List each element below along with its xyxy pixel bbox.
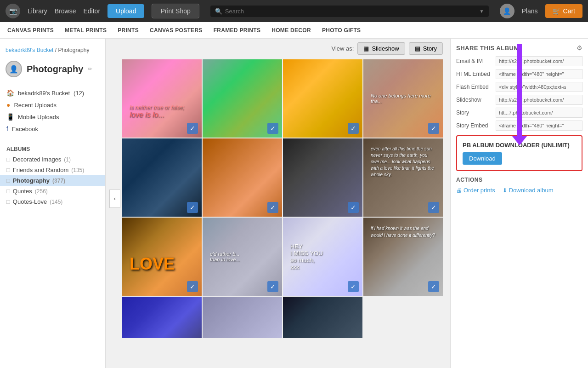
photo-check-10[interactable]: ✓	[267, 281, 278, 292]
prev-button[interactable]: ‹	[109, 190, 120, 208]
logo-icon[interactable]: 📷	[6, 4, 20, 18]
photo-check-1[interactable]: ✓	[187, 123, 198, 134]
download-box-title: PB ALBUM DOWNLOADER (UNLIMIT)	[463, 142, 576, 149]
photo-cell-1[interactable]: is neither true or false;love is lo... ✓	[122, 59, 202, 138]
photo-text-12: if i had known it was the end would i ha…	[367, 221, 439, 242]
nav-library[interactable]: Library	[28, 7, 47, 15]
breadcrumb-bucket[interactable]: bekadrk89's Bucket	[6, 47, 53, 53]
view-as-label: View as:	[331, 45, 354, 52]
photo-text-1: is neither true or false;love is lo...	[126, 101, 188, 123]
photo-cell-12[interactable]: if i had known it was the end would i ha…	[363, 218, 443, 296]
sidebar: bekadrk89's Bucket / Photography 👤 Photo…	[0, 39, 106, 368]
content-header: View as: ▦ Slideshow ▤ Story	[106, 39, 450, 58]
cat-prints[interactable]: PRINTS	[118, 27, 139, 34]
album-header: 👤 Photography ✏	[0, 57, 105, 83]
breadcrumb: bekadrk89's Bucket / Photography	[0, 43, 105, 57]
gear-icon[interactable]: ⚙	[577, 44, 582, 52]
album-list-item-quotes[interactable]: □ Quotes (256)	[0, 186, 105, 196]
photo-check-2[interactable]: ✓	[267, 123, 278, 134]
photo-check-4[interactable]: ✓	[428, 123, 439, 134]
photo-cell-5[interactable]: ✓	[122, 138, 202, 217]
album-list-item-decorated[interactable]: □ Decorated images (1)	[0, 154, 105, 165]
facebook-label: Facebook	[12, 126, 38, 132]
album-count-1: (135)	[71, 167, 84, 173]
slideshow-button[interactable]: ▦ Slideshow	[357, 42, 405, 55]
folder-icon-0: □	[6, 156, 10, 163]
photo-cell-11[interactable]: HEYI MISS YOUso much,xxx ✓	[283, 218, 362, 296]
share-input-email[interactable]	[496, 56, 582, 66]
print-shop-button[interactable]: Print Shop	[152, 4, 199, 18]
nav-browse[interactable]: Browse	[55, 7, 76, 15]
album-avatar: 👤	[6, 61, 22, 77]
story-button[interactable]: ▤ Story	[409, 42, 443, 55]
share-input-story-embed[interactable]	[496, 121, 582, 131]
photo-check-11[interactable]: ✓	[348, 281, 359, 292]
sidebar-item-recent[interactable]: ● Recent Uploads	[0, 99, 105, 111]
cat-framed-prints[interactable]: FRAMED PRINTS	[214, 27, 261, 34]
sidebar-item-bucket[interactable]: 🏠 bekadrk89's Bucket (12)	[0, 87, 105, 99]
order-prints-link[interactable]: 🖨 Order prints	[456, 187, 495, 194]
sidebar-item-facebook[interactable]: f Facebook	[0, 123, 105, 135]
photo-check-5[interactable]: ✓	[187, 202, 198, 213]
album-count-4: (145)	[50, 199, 62, 205]
album-title: Photography	[27, 64, 83, 75]
slideshow-icon: ▦	[363, 45, 369, 52]
right-panel: SHARE THIS ALBUM ⚙ Email & IM HTML Embed…	[450, 39, 588, 368]
download-album-icon: ⬇	[503, 187, 507, 194]
photo-cell-13[interactable]	[122, 297, 202, 338]
photo-cell-7[interactable]: ✓	[283, 138, 362, 217]
album-list-item-quotes-love[interactable]: □ Quotes-Love (145)	[0, 196, 105, 207]
album-list-item-photography[interactable]: □ Photography (377)	[0, 175, 105, 186]
search-input[interactable]	[225, 8, 478, 15]
cat-home-decor[interactable]: HOME DECOR	[271, 27, 311, 34]
album-list-item-friends[interactable]: □ Friends and Random (135)	[0, 165, 105, 175]
sidebar-item-mobile[interactable]: 📱 Mobile Uploads	[0, 111, 105, 123]
albums-title: Albums	[0, 142, 105, 154]
cat-canvas-prints[interactable]: CANVAS PRINTS	[7, 27, 54, 34]
album-count-0: (1)	[64, 156, 71, 163]
breadcrumb-album: Photography	[58, 47, 89, 53]
download-button[interactable]: Download	[463, 152, 502, 165]
share-label-story-embed: Story Embed	[456, 122, 493, 129]
photo-cell-6[interactable]: ✓	[203, 138, 282, 217]
share-input-story[interactable]	[496, 108, 582, 118]
mobile-label: Mobile Uploads	[18, 114, 59, 121]
share-input-slideshow[interactable]	[496, 95, 582, 105]
nav-editor[interactable]: Editor	[83, 7, 100, 15]
photo-cell-8[interactable]: even after all this time the sun never s…	[363, 138, 443, 217]
photo-cell-2[interactable]: ✓	[203, 59, 282, 138]
photo-cell-14[interactable]	[203, 297, 282, 338]
share-input-html[interactable]	[496, 69, 582, 79]
photo-cell-10[interactable]: e'd rather b...than in love... ✓	[203, 218, 282, 296]
share-label-html: HTML Embed	[456, 71, 493, 77]
download-album-link[interactable]: ⬇ Download album	[503, 187, 554, 194]
cat-photo-gifts[interactable]: PHOTO GIFTS	[322, 27, 361, 34]
cart-label: Cart	[563, 7, 575, 15]
cat-canvas-posters[interactable]: CANVAS POSTERS	[150, 27, 203, 34]
photo-cell-4[interactable]: No one belongs here more tha... ✓	[363, 59, 443, 138]
photo-check-6[interactable]: ✓	[267, 202, 278, 213]
cart-button[interactable]: 🛒 Cart	[545, 4, 582, 18]
plans-link[interactable]: Plans	[522, 7, 538, 15]
photo-cell-3[interactable]: ✓	[283, 59, 362, 138]
photo-check-9[interactable]: ✓	[187, 281, 198, 292]
photo-check-7[interactable]: ✓	[348, 202, 359, 213]
order-prints-icon: 🖨	[456, 187, 462, 194]
share-row-email: Email & IM	[456, 56, 582, 66]
folder-icon-2: □	[6, 177, 10, 184]
download-box: PB ALBUM DOWNLOADER (UNLIMIT) Download	[456, 135, 582, 171]
facebook-icon: f	[6, 125, 8, 132]
upload-button[interactable]: Upload	[107, 4, 144, 18]
edit-icon[interactable]: ✏	[88, 66, 92, 72]
photo-check-8[interactable]: ✓	[428, 202, 439, 213]
photo-check-12[interactable]: ✓	[428, 281, 439, 292]
albums-section: Albums □ Decorated images (1) □ Friends …	[0, 138, 105, 211]
cat-metal-prints[interactable]: METAL PRINTS	[65, 27, 107, 34]
album-name-2: Photography	[13, 177, 50, 184]
photo-text-11: HEYI MISS YOUso much,xxx	[287, 239, 359, 274]
photo-cell-9[interactable]: LOVE ✓	[122, 218, 202, 296]
search-dropdown-arrow[interactable]: ▼	[480, 9, 484, 14]
photo-check-3[interactable]: ✓	[348, 123, 359, 134]
share-input-flash[interactable]	[496, 82, 582, 92]
photo-cell-15[interactable]	[283, 297, 362, 338]
